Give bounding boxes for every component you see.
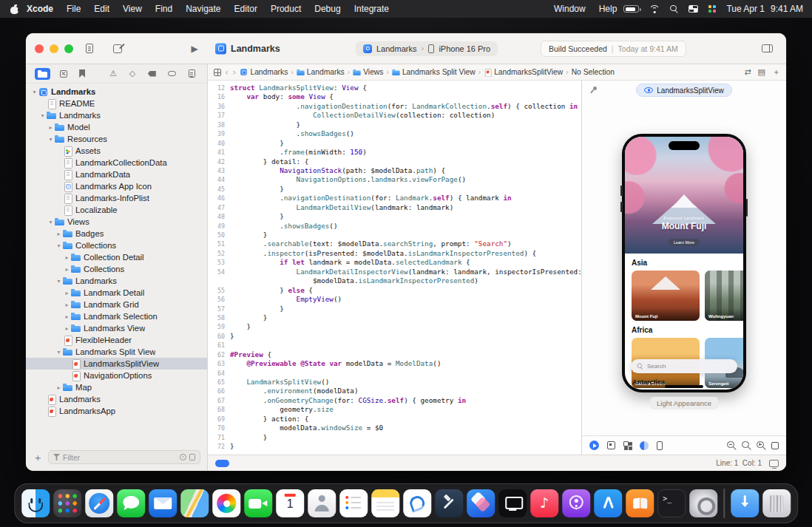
run-button[interactable]: ▶ <box>186 40 203 58</box>
preview-pill[interactable]: LandmarksSplitView <box>636 84 731 97</box>
menu-item-help[interactable]: Help <box>592 4 624 14</box>
tree-row-landmark-grid-18[interactable]: ▸Landmark Grid <box>26 299 207 310</box>
chevron-down-icon[interactable]: ▾ <box>30 89 38 95</box>
minimize-window-button[interactable] <box>50 44 58 53</box>
dock-finder[interactable] <box>21 489 50 517</box>
display-icon[interactable] <box>769 460 779 467</box>
dock-terminal[interactable] <box>657 489 686 517</box>
editor-options-button[interactable] <box>215 460 229 467</box>
tree-row-collections-15[interactable]: ▸Collections <box>26 263 207 275</box>
chevron-right-icon[interactable]: ▸ <box>63 254 71 261</box>
swap-editor-icon[interactable]: ⇄ <box>744 68 751 76</box>
tree-row-landmarkssplitview-23[interactable]: LandmarksSplitView <box>26 358 207 370</box>
variants-button[interactable] <box>623 441 632 449</box>
dock-freeform[interactable] <box>403 489 431 517</box>
breadcrumb-item-landmarkssplitview[interactable]: LandmarksSplitView <box>484 67 563 77</box>
chevron-down-icon[interactable]: ▾ <box>47 136 55 143</box>
source-editor[interactable]: 12struct LandmarksSplitView: View {16 va… <box>208 81 581 455</box>
apple-logo-icon[interactable] <box>10 4 16 14</box>
document-icon[interactable] <box>81 40 98 58</box>
menu-item-find[interactable]: Find <box>149 4 179 14</box>
color-scheme-button[interactable] <box>640 441 649 450</box>
navigator-tab-issues[interactable]: ⚠ <box>106 67 120 80</box>
dock-messages[interactable] <box>117 489 145 517</box>
dock-developer[interactable] <box>435 489 463 517</box>
zoom-in-icon[interactable] <box>757 441 765 450</box>
selectable-mode-button[interactable] <box>607 441 615 449</box>
navigator-tab-source-control[interactable] <box>57 68 70 80</box>
tree-row-views-11[interactable]: ▾Views <box>26 216 207 228</box>
tree-row-collections-13[interactable]: ▾Collections <box>26 239 207 251</box>
zoom-fit-icon[interactable] <box>771 442 779 449</box>
tree-row-model-3[interactable]: ▸Model <box>26 121 207 133</box>
navigator-tab-bookmarks[interactable] <box>76 67 88 80</box>
breadcrumb-item-no-selection[interactable]: No Selection <box>572 68 615 76</box>
navigator-tab-debug[interactable] <box>145 69 159 79</box>
menu-item-product[interactable]: Product <box>264 4 308 14</box>
menu-item-view[interactable]: View <box>116 4 149 14</box>
dock-photos[interactable] <box>212 489 240 517</box>
menu-item-file[interactable]: File <box>60 4 87 14</box>
chevron-right-icon[interactable]: ▸ <box>63 290 71 296</box>
chevron-right-icon[interactable]: ▸ <box>63 313 71 320</box>
chevron-down-icon[interactable]: ▾ <box>47 219 55 225</box>
activity-view[interactable]: Build Succeeded | Today at 9:41 AM <box>541 41 686 57</box>
tree-row-badges-12[interactable]: ▸Badges <box>26 228 207 239</box>
chevron-right-icon[interactable]: ▸ <box>63 266 71 273</box>
chevron-right-icon[interactable]: ▸ <box>55 384 63 391</box>
tree-row-landmarks-infoplist-9[interactable]: Landmarks-InfoPlist <box>26 192 207 204</box>
menu-item-window[interactable]: Window <box>547 4 592 14</box>
menu-item-navigate[interactable]: Navigate <box>179 4 227 14</box>
wifi-icon[interactable] <box>649 5 660 13</box>
dock-facetime[interactable] <box>244 489 272 517</box>
add-button[interactable]: ＋ <box>33 452 43 463</box>
dock-safari[interactable] <box>85 489 113 517</box>
related-items-icon[interactable] <box>214 69 221 76</box>
tree-row-navigationoptions-24[interactable]: NavigationOptions <box>26 370 207 381</box>
back-chevron-icon[interactable]: ‹ <box>225 67 229 77</box>
tree-row-landmarks-16[interactable]: ▾Landmarks <box>26 275 207 287</box>
menu-item-xcode[interactable]: Xcode <box>20 4 60 14</box>
chevron-down-icon[interactable]: ▾ <box>38 112 47 119</box>
scheme-selector[interactable]: Landmarks › iPhone 16 Pro <box>356 41 498 56</box>
tree-row-landmarks-2[interactable]: ▾Landmarks <box>26 109 207 121</box>
breadcrumb-item-landmarks[interactable]: Landmarks <box>240 67 288 77</box>
dock-downloads[interactable] <box>731 489 759 517</box>
navigator-tab-breakpoints[interactable] <box>165 69 179 78</box>
battery-icon[interactable] <box>623 5 639 13</box>
breadcrumb-item-landmarks-split-view[interactable]: Landmarks Split View <box>392 67 476 77</box>
add-editor-icon[interactable]: ＋ <box>772 68 780 76</box>
chevron-down-icon[interactable]: ▾ <box>55 242 63 249</box>
dock-launchpad[interactable] <box>53 489 81 517</box>
recents-filter-icon[interactable] <box>180 454 186 460</box>
tree-row-landmarkcollectiondata-6[interactable]: LandmarkCollectionData <box>26 157 207 169</box>
chevron-right-icon[interactable]: ▸ <box>47 124 55 131</box>
tree-row-landmarksapp-27[interactable]: LandmarksApp <box>26 405 207 417</box>
zoom-window-button[interactable] <box>64 44 73 53</box>
live-preview-button[interactable] <box>589 441 599 450</box>
chevron-right-icon[interactable]: ▸ <box>63 302 71 308</box>
menu-item-editor[interactable]: Editor <box>228 4 264 14</box>
chevron-right-icon[interactable]: ▸ <box>55 231 63 237</box>
forward-chevron-icon[interactable]: › <box>232 67 236 77</box>
chevron-down-icon[interactable]: ▾ <box>55 278 63 285</box>
tree-row-landmarks-app-icon-8[interactable]: Landmarks App Icon <box>26 180 207 192</box>
navigator-tab-find[interactable] <box>95 72 101 76</box>
menu-bar-clock[interactable]: Tue Apr 1 9:41 AM <box>726 4 803 14</box>
tree-row-landmarks-view-20[interactable]: ▸Landmarks View <box>26 322 207 334</box>
tree-row-resources-4[interactable]: ▾Resources <box>26 133 207 145</box>
chevron-right-icon[interactable]: ▸ <box>63 325 71 332</box>
dock-podcasts[interactable] <box>562 489 590 517</box>
scm-filter-icon[interactable] <box>189 454 195 460</box>
tree-row-landmark-detail-17[interactable]: ▸Landmark Detail <box>26 287 207 299</box>
device-settings-button[interactable] <box>657 441 663 450</box>
tree-row-landmarkdata-7[interactable]: LandmarkData <box>26 169 207 180</box>
dock-calendar[interactable]: 1 <box>276 489 304 517</box>
filter-input[interactable] <box>63 453 177 462</box>
chevron-down-icon[interactable]: ▾ <box>55 349 63 356</box>
control-center-icon[interactable] <box>688 5 698 13</box>
tree-row-landmark-selection-19[interactable]: ▸Landmark Selection <box>26 310 207 322</box>
menu-extra-icon[interactable] <box>708 5 716 13</box>
menu-item-debug[interactable]: Debug <box>308 4 347 14</box>
filter-field[interactable] <box>48 450 200 464</box>
